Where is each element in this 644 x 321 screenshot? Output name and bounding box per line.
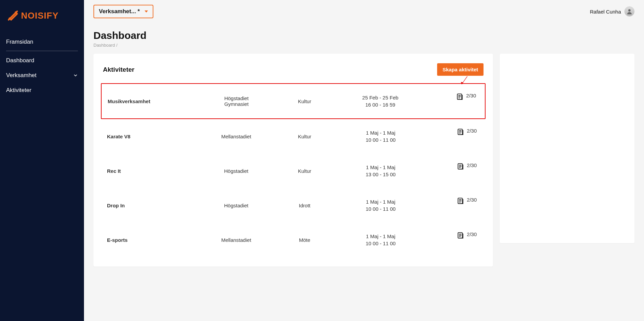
svg-marker-4 — [461, 82, 464, 84]
user-menu[interactable]: Rafael Cunha — [590, 6, 635, 17]
sidebar-item-label: Verksamhet — [6, 72, 37, 79]
logo-text: NOISIFY — [21, 10, 59, 21]
chevron-down-icon — [73, 73, 78, 78]
activity-row[interactable]: E-sportsMellanstadietMöte1 Maj - 1 Maj10… — [101, 223, 486, 257]
activity-audience-line1: Mellanstadiet — [221, 237, 251, 243]
activity-category: Idrott — [274, 203, 335, 208]
sidebar-item-label: Framsidan — [6, 39, 33, 45]
sidebar-item-dashboard[interactable]: Dashboard — [6, 53, 78, 68]
logo-icon — [7, 9, 19, 22]
activity-name: Drop In — [107, 203, 198, 208]
activity-datetime: 1 Maj - 1 Maj13 00 - 15 00 — [335, 164, 426, 178]
activity-datetime: 1 Maj - 1 Maj10 00 - 11 00 — [335, 198, 426, 212]
activity-name: E-sports — [107, 237, 198, 243]
caret-down-icon — [145, 10, 148, 13]
breadcrumb: Dashboard / — [93, 43, 635, 48]
activity-datetime: 1 Maj - 1 Maj10 00 - 11 00 — [335, 129, 426, 143]
clipboard-icon — [457, 128, 464, 135]
capacity-value: 2/30 — [467, 162, 477, 168]
activity-name: Karate V8 — [107, 134, 198, 139]
activity-capacity: 2/30 — [426, 162, 479, 170]
activity-category: Kultur — [274, 98, 335, 104]
sidebar: NOISIFY Framsidan Dashboard Verksamhet A… — [0, 0, 84, 321]
clipboard-icon — [456, 93, 464, 100]
svg-line-3 — [462, 76, 468, 84]
activity-row[interactable]: Rec ItHögstadietKultur1 Maj - 1 Maj13 00… — [101, 154, 486, 188]
activity-time: 13 00 - 15 00 — [335, 171, 426, 178]
verksamhet-selector[interactable]: Verksamhet... * — [93, 5, 153, 18]
activity-datetime: 25 Feb - 25 Feb16 00 - 16 59 — [335, 94, 426, 108]
activity-audience: Högstadiet — [198, 203, 274, 208]
side-card — [500, 54, 635, 243]
activity-category: Kultur — [274, 134, 335, 139]
capacity-value: 2/30 — [467, 231, 477, 237]
user-icon — [626, 8, 633, 15]
activity-name: Rec It — [107, 168, 198, 174]
activity-audience: Mellanstadiet — [198, 134, 274, 139]
activity-name: Musikverksamhet — [108, 98, 198, 104]
create-activity-button[interactable]: Skapa aktivitet — [437, 63, 484, 76]
topbar: Verksamhet... * Rafael Cunha — [84, 0, 644, 20]
selector-label: Verksamhet... * — [99, 8, 140, 15]
activity-audience-line1: Högstadiet — [224, 95, 249, 101]
activity-time: 10 00 - 11 00 — [335, 205, 426, 212]
capacity-value: 2/30 — [467, 128, 477, 134]
activity-time: 10 00 - 11 00 — [335, 240, 426, 247]
activity-row[interactable]: Drop InHögstadietIdrott1 Maj - 1 Maj10 0… — [101, 188, 486, 223]
sidebar-item-aktiviteter[interactable]: Aktiviteter — [6, 83, 78, 98]
activity-datetime: 1 Maj - 1 Maj10 00 - 11 00 — [335, 233, 426, 247]
clipboard-icon — [457, 231, 464, 239]
activity-audience: Mellanstadiet — [198, 237, 274, 243]
activity-date: 1 Maj - 1 Maj — [335, 129, 426, 136]
activity-capacity: 2/30 — [426, 231, 479, 239]
activities-card: Aktiviteter Skapa aktivitet Musikverksam… — [93, 54, 493, 267]
activity-time: 16 00 - 16 59 — [335, 101, 426, 108]
sidebar-item-verksamhet[interactable]: Verksamhet — [6, 68, 78, 83]
activity-time: 10 00 - 11 00 — [335, 136, 426, 143]
activity-category: Möte — [274, 237, 335, 243]
activity-date: 1 Maj - 1 Maj — [335, 233, 426, 240]
card-header: Aktiviteter Skapa aktivitet — [101, 63, 486, 76]
activity-category: Kultur — [274, 168, 335, 174]
activity-audience: HögstadietGymnasiet — [198, 95, 274, 107]
activity-capacity: 2/30 — [426, 128, 479, 135]
activities-list: MusikverksamhetHögstadietGymnasietKultur… — [101, 83, 486, 257]
activities-heading: Aktiviteter — [103, 66, 134, 73]
activity-audience-line1: Högstadiet — [224, 168, 249, 174]
page-title: Dashboard — [93, 30, 635, 41]
capacity-value: 2/30 — [466, 93, 476, 98]
activity-audience-line1: Mellanstadiet — [221, 134, 251, 139]
activity-capacity: 2/30 — [426, 197, 479, 204]
annotation-arrow-icon — [460, 76, 469, 86]
activity-date: 1 Maj - 1 Maj — [335, 164, 426, 171]
activity-row[interactable]: Karate V8MellanstadietKultur1 Maj - 1 Ma… — [101, 119, 486, 154]
activity-capacity: 2/30 — [426, 93, 479, 100]
sidebar-item-framsidan[interactable]: Framsidan — [6, 35, 78, 49]
svg-point-2 — [628, 9, 631, 12]
activity-date: 1 Maj - 1 Maj — [335, 198, 426, 205]
clipboard-icon — [457, 162, 464, 170]
activity-audience: Högstadiet — [198, 168, 274, 174]
clipboard-icon — [457, 197, 464, 204]
nav: Framsidan Dashboard Verksamhet Aktivitet… — [6, 35, 78, 98]
content-row: Aktiviteter Skapa aktivitet Musikverksam… — [84, 54, 644, 276]
sidebar-item-label: Dashboard — [6, 57, 34, 64]
activity-row[interactable]: MusikverksamhetHögstadietGymnasietKultur… — [101, 83, 486, 119]
nav-separator — [6, 51, 78, 51]
activity-audience-line2: Gymnasiet — [224, 101, 249, 107]
page-header: Dashboard Dashboard / — [84, 20, 644, 54]
activity-audience-line1: Högstadiet — [224, 203, 249, 208]
activity-date: 25 Feb - 25 Feb — [335, 94, 426, 101]
user-name: Rafael Cunha — [590, 9, 621, 15]
capacity-value: 2/30 — [467, 197, 477, 203]
main: Verksamhet... * Rafael Cunha Dashboard D… — [84, 0, 644, 321]
avatar — [624, 6, 635, 17]
sidebar-item-label: Aktiviteter — [6, 87, 31, 94]
logo: NOISIFY — [6, 9, 78, 32]
